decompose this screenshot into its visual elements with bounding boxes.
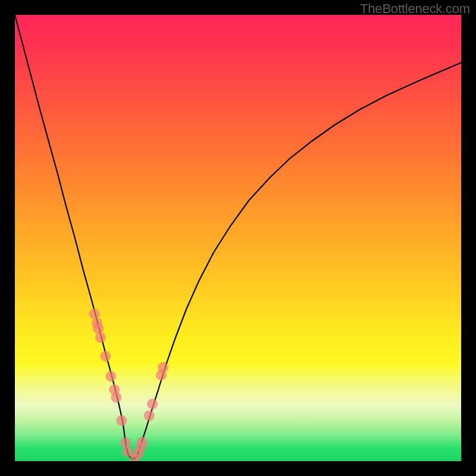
marker-point (137, 437, 148, 447)
marker-point (144, 411, 155, 421)
marker-point (147, 399, 158, 409)
marker-point (95, 332, 106, 343)
marker-point (105, 371, 116, 382)
chart-frame: TheBottleneck.com (0, 0, 476, 476)
marker-point (89, 309, 100, 320)
plot-area (15, 15, 461, 461)
marker-point (116, 415, 127, 426)
watermark-text: TheBottleneck.com (360, 1, 470, 17)
marker-point (120, 437, 131, 448)
bottleneck-curve (15, 15, 461, 459)
marker-point (93, 323, 104, 334)
marker-point (111, 392, 121, 403)
marker-point (158, 362, 168, 373)
chart-svg (15, 15, 461, 461)
marker-point (100, 351, 111, 362)
highlighted-points-group (89, 309, 169, 462)
